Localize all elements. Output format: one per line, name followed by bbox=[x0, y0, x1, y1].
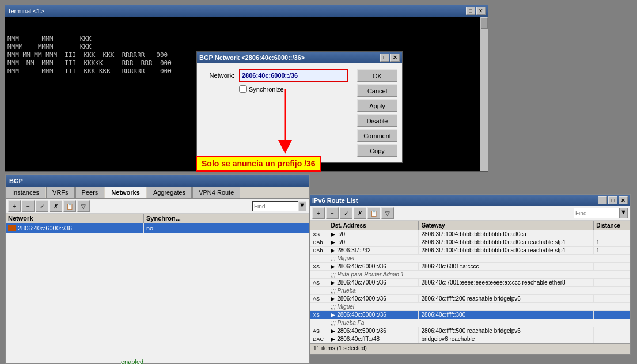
tab-peers[interactable]: Peers bbox=[75, 187, 105, 198]
row-type: XS bbox=[310, 263, 328, 271]
row-distance bbox=[594, 327, 630, 335]
ok-button[interactable]: OK bbox=[357, 69, 397, 82]
bgp-panel: BGP Instances VRFs Peers Networks Aggreg… bbox=[5, 174, 310, 364]
tab-networks[interactable]: Networks bbox=[105, 187, 146, 198]
table-row[interactable]: ;;; Miguel bbox=[310, 303, 630, 311]
table-row[interactable]: ;;; Miguel bbox=[310, 255, 630, 263]
row-type bbox=[310, 303, 328, 311]
terminal-scrollbar-thumb bbox=[481, 17, 488, 29]
remove-button[interactable]: − bbox=[22, 200, 35, 212]
check-button[interactable]: ✓ bbox=[36, 200, 48, 212]
terminal-controls: □ ✕ bbox=[466, 7, 486, 15]
terminal-titlebar: Terminal <1> □ ✕ bbox=[5, 5, 488, 17]
row-gateway: bridgeipv6 reachable bbox=[419, 335, 594, 343]
col-network: Network bbox=[6, 214, 144, 223]
ipv6-find-dropdown-btn[interactable]: ▼ bbox=[620, 208, 628, 218]
apply-button[interactable]: Apply bbox=[357, 99, 397, 112]
table-row[interactable]: AS ▶ 2806:40c:5000::/36 2806:40c:ffff::5… bbox=[310, 327, 630, 335]
ipv6-copy-btn[interactable]: 📋 bbox=[367, 207, 380, 219]
table-row[interactable]: XS ▶ ::/0 2806:3f7:1004:bbbb:bbbb:bbbb:f… bbox=[310, 230, 630, 238]
network-cell: 2806:40c:6000::/36 bbox=[6, 223, 144, 233]
table-row[interactable]: XS ▶ 2806:40c:6000::/36 2806:40c:ffff::3… bbox=[310, 311, 630, 319]
tab-vrfs[interactable]: VRFs bbox=[46, 187, 75, 198]
table-row[interactable]: DAb ▶ ::/0 2806:3f7:1004:bbbb:bbbb:bbbb:… bbox=[310, 238, 630, 247]
cancel-button[interactable]: Cancel bbox=[357, 84, 397, 97]
table-row[interactable]: ;;; Prueba bbox=[310, 287, 630, 295]
table-row[interactable]: DAC ▶ 2806:40c:ffff::/48 bridgeipv6 reac… bbox=[310, 335, 630, 343]
table-row[interactable]: XS ▶ 2806:40c:6000::/36 2806:40c:6001::a… bbox=[310, 263, 630, 271]
row-type bbox=[310, 287, 328, 295]
tab-instances[interactable]: Instances bbox=[6, 187, 46, 198]
bgp-table-row[interactable]: 2806:40c:6000::/36 no bbox=[6, 223, 309, 233]
ipv6-find-input[interactable] bbox=[574, 208, 620, 218]
col-type bbox=[310, 221, 328, 230]
row-type bbox=[310, 255, 328, 263]
row-gateway: 2806:3f7:1004:bbbb:bbbb:bbbb:f0ca:f0ca r… bbox=[419, 247, 594, 255]
copy-button[interactable]: 📋 bbox=[63, 200, 76, 212]
row-gateway: 2806:40c:ffff::500 reachable bridgeipv6 bbox=[419, 327, 594, 335]
ipv6-remove-btn[interactable]: − bbox=[326, 207, 339, 219]
tab-vpn4[interactable]: VPN4 Route bbox=[192, 187, 240, 198]
bgp-toolbar: + − ✓ ✗ 📋 ▽ ▼ bbox=[6, 199, 309, 214]
bgp-title: BGP bbox=[9, 177, 23, 184]
terminal-scrollbar[interactable] bbox=[480, 17, 488, 171]
row-type: XS bbox=[310, 230, 328, 238]
table-row[interactable]: ;;; Ruta para Router Admin 1 bbox=[310, 271, 630, 279]
row-type bbox=[310, 319, 328, 327]
ipv6-status-bar: 11 items (1 selected) bbox=[310, 343, 630, 354]
comment-button[interactable]: Comment bbox=[357, 129, 397, 142]
dialog-controls: □ ✕ bbox=[380, 54, 400, 62]
terminal-minimize-btn[interactable]: □ bbox=[466, 7, 475, 15]
row-distance bbox=[594, 230, 630, 238]
col-gateway: Gateway bbox=[419, 221, 594, 230]
network-input[interactable] bbox=[239, 69, 348, 82]
annotation-text: Solo se anuncia un prefijo /36 bbox=[196, 156, 321, 172]
table-row[interactable]: DAb ▶ 2806:3f7::/32 2806:3f7:1004:bbbb:b… bbox=[310, 247, 630, 255]
table-row[interactable]: ;;; Prueba Fa bbox=[310, 319, 630, 327]
disable-button[interactable]: Disable bbox=[357, 114, 397, 127]
find-input[interactable] bbox=[252, 201, 298, 211]
ipv6-toolbar: + − ✓ ✗ 📋 ▽ ▼ bbox=[310, 206, 630, 221]
ipv6-cross-btn[interactable]: ✗ bbox=[354, 207, 366, 219]
row-comment: ;;; Prueba bbox=[328, 287, 630, 295]
row-comment: ;;; Ruta para Router Admin 1 bbox=[328, 271, 630, 279]
ipv6-close-btn[interactable]: ✕ bbox=[619, 196, 628, 204]
row-type: AS bbox=[310, 327, 328, 335]
row-dst: ▶ ::/0 bbox=[328, 230, 419, 238]
table-row[interactable]: AS ▶ 2806:40c:4000::/36 2806:40c:ffff::2… bbox=[310, 295, 630, 303]
dialog-close-btn[interactable]: ✕ bbox=[390, 54, 400, 62]
ipv6-title: IPv6 Route List bbox=[312, 197, 358, 204]
row-distance bbox=[594, 279, 630, 287]
network-icon bbox=[8, 225, 16, 231]
row-dst: ▶ 2806:40c:ffff::/48 bbox=[328, 335, 419, 343]
bgp-titlebar: BGP bbox=[6, 175, 309, 187]
row-gateway: 2806:40c:6001::a:cccc bbox=[419, 263, 594, 271]
ipv6-add-btn[interactable]: + bbox=[312, 207, 325, 219]
enabled-badge: enabled bbox=[121, 358, 143, 364]
ipv6-maximize-btn[interactable]: □ bbox=[608, 196, 617, 204]
network-label: Network: bbox=[203, 72, 234, 79]
dialog-titlebar: BGP Network <2806:40c:6000::/36> □ ✕ bbox=[197, 52, 402, 63]
row-type: DAb bbox=[310, 238, 328, 247]
row-gateway: 2806:40c:ffff::200 reachable bridgeipv6 bbox=[419, 295, 594, 303]
row-type bbox=[310, 271, 328, 279]
dialog-minimize-btn[interactable]: □ bbox=[380, 54, 389, 62]
ipv6-filter-btn[interactable]: ▽ bbox=[381, 207, 394, 219]
terminal-close-btn[interactable]: ✕ bbox=[476, 7, 486, 15]
filter-button[interactable]: ▽ bbox=[77, 200, 90, 212]
ipv6-check-btn[interactable]: ✓ bbox=[340, 207, 352, 219]
row-dst: ▶ 2806:40c:5000::/36 bbox=[328, 327, 419, 335]
copy-button[interactable]: Copy bbox=[357, 144, 397, 157]
table-row[interactable]: AS ▶ 2806:40c:7000::/36 2806:40c:7001:ee… bbox=[310, 279, 630, 287]
ipv6-controls: □ □ ✕ bbox=[598, 196, 628, 204]
ipv6-table-container[interactable]: Dst. Address Gateway Distance XS ▶ ::/0 … bbox=[310, 221, 630, 345]
find-dropdown-btn[interactable]: ▼ bbox=[298, 201, 306, 211]
bgp-table-header: Network Synchron... bbox=[6, 214, 309, 223]
tab-aggregates[interactable]: Aggregates bbox=[147, 187, 192, 198]
add-button[interactable]: + bbox=[8, 200, 21, 212]
col-sync: Synchron... bbox=[144, 214, 213, 223]
row-dst: ▶ 2806:40c:6000::/36 bbox=[328, 263, 419, 271]
sync-checkbox[interactable] bbox=[239, 85, 247, 93]
ipv6-minimize-btn[interactable]: □ bbox=[598, 196, 607, 204]
cross-button[interactable]: ✗ bbox=[50, 200, 62, 212]
